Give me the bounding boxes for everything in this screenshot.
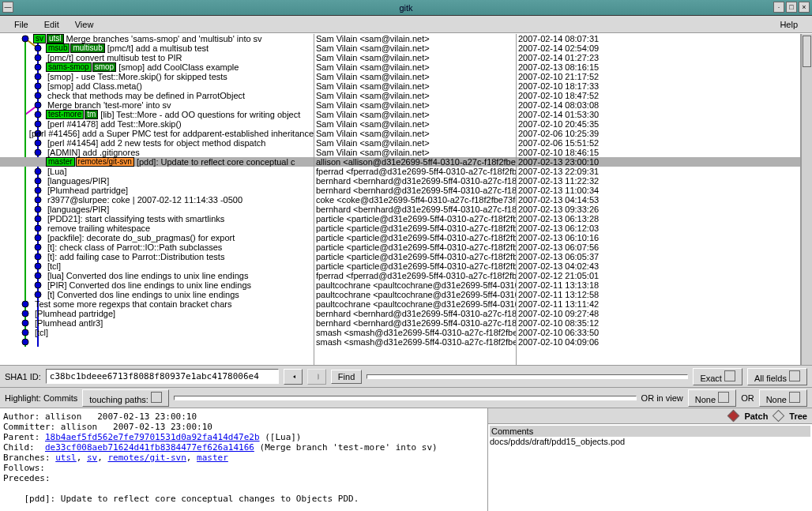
commit-row[interactable]: [Lua] (0, 167, 314, 176)
sha-field[interactable]: c38bc1bdeee6713f8088f80937e1abc4178006e4 (46, 369, 279, 384)
file-path[interactable]: docs/pdds/draft/pdd15_objects.pod (490, 437, 810, 446)
patch-radio[interactable] (727, 410, 740, 423)
commit-date[interactable]: 2007-02-13 09:33:26 (517, 205, 800, 214)
commit-author[interactable]: Sam Vilain <sam@vilain.net> (314, 129, 516, 138)
branch-link[interactable]: remotes/git-svn (107, 453, 186, 463)
commit-date[interactable]: 2007-02-10 06:33:50 (517, 328, 800, 337)
commit-row[interactable]: [smop] add Class.meta() (0, 81, 314, 91)
commit-date[interactable]: 2007-02-14 01:53:30 (517, 110, 800, 119)
commit-date[interactable]: 2007-02-13 04:02:43 (517, 261, 800, 271)
commit-row[interactable]: [perl #41478] add Test::More.skip() (0, 119, 314, 129)
commit-author[interactable]: Sam Vilain <sam@vilain.net> (314, 53, 516, 62)
commit-row[interactable]: [smop] - use Test::More.skip() for skipp… (0, 72, 314, 81)
commit-row[interactable]: [Plumhead partridge] (0, 186, 314, 195)
commit-row[interactable]: [Plumhead antlr3] (0, 318, 314, 328)
commit-row[interactable]: [PIR] Converted dos line endings to unix… (0, 280, 314, 290)
commit-date[interactable]: 2007-02-11 13:11:42 (517, 299, 800, 309)
highlight-paths-input[interactable] (174, 396, 637, 400)
commit-row[interactable]: [languages/PIR] (0, 176, 314, 186)
commit-author[interactable]: Sam Vilain <sam@vilain.net> (314, 148, 516, 157)
commit-row[interactable]: sams-smopsmop[smop] add CoolClass exampl… (0, 62, 314, 72)
view-dropdown-1[interactable]: None (688, 389, 736, 407)
commit-date[interactable]: 2007-02-13 11:22:32 (517, 176, 800, 186)
commit-author[interactable]: particle <particle@d31e2699-5ff4-0310-a2… (314, 252, 516, 261)
commit-date[interactable]: 2007-02-13 11:00:34 (517, 186, 800, 195)
commit-author[interactable]: coke <coke@d31e2699-5ff4-0310-a27c-f18f2… (314, 195, 516, 205)
commit-row[interactable]: [languages/PIR] (0, 205, 314, 214)
commit-row[interactable]: msubmultisub[pmc/t] add a multisub test (0, 43, 314, 53)
commit-date[interactable]: 2007-02-14 08:03:08 (517, 100, 800, 110)
commit-date[interactable]: 2007-02-10 04:09:06 (517, 337, 800, 347)
commit-detail-pane[interactable]: Author: allison 2007-02-13 23:00:10 Comm… (0, 408, 488, 511)
commit-date[interactable]: 2007-02-10 18:47:52 (517, 91, 800, 100)
commit-row[interactable]: [PDD21]: start classifying tests with sm… (0, 214, 314, 224)
commit-author[interactable]: particle <particle@d31e2699-5ff4-0310-a2… (314, 224, 516, 233)
menu-view[interactable]: View (67, 18, 102, 31)
commit-row[interactable]: [t] Converted dos line endings to unix l… (0, 290, 314, 299)
commit-date[interactable]: 2007-02-13 08:16:15 (517, 62, 800, 72)
find-input[interactable] (367, 374, 688, 379)
nav-back-button[interactable] (284, 369, 303, 385)
branch-link[interactable]: sv (87, 453, 97, 463)
find-button[interactable]: Find (331, 370, 362, 384)
commit-author[interactable]: particle <particle@d31e2699-5ff4-0310-a2… (314, 261, 516, 271)
commit-author[interactable]: smash <smash@d31e2699-5ff4-0310-a27c-f18… (314, 337, 516, 347)
commit-author[interactable]: particle <particle@d31e2699-5ff4-0310-a2… (314, 233, 516, 242)
column-graph-message[interactable]: svutslMerge branches 'sams-smop' and 'mu… (0, 34, 314, 365)
commit-author[interactable]: allison <allison@d31e2699-5ff4-0310-a27c… (314, 157, 516, 167)
commit-author[interactable]: Sam Vilain <sam@vilain.net> (314, 34, 516, 43)
branch-link[interactable]: master (197, 453, 228, 463)
tree-radio[interactable] (773, 410, 785, 423)
commit-row[interactable]: [t]: check class of Parrot::IO::Path sub… (0, 242, 314, 252)
commit-row[interactable]: [perl #41456] add a Super PMC test for a… (0, 129, 314, 138)
commit-date[interactable]: 2007-02-06 10:25:39 (517, 129, 800, 138)
commit-row[interactable]: check that methods may be defined in Par… (0, 91, 314, 100)
commit-row[interactable]: [ADMIN] add .gitignores (0, 148, 314, 157)
commit-date[interactable]: 2007-02-10 20:45:35 (517, 119, 800, 129)
commit-author[interactable]: smash <smash@d31e2699-5ff4-0310-a27c-f18… (314, 328, 516, 337)
menu-help[interactable]: Help (772, 18, 806, 31)
commit-list-scrollbar[interactable] (801, 34, 812, 365)
commit-row[interactable]: [tcl] (0, 328, 314, 337)
commit-author[interactable]: Sam Vilain <sam@vilain.net> (314, 119, 516, 129)
commit-row[interactable]: [t]: add failing case to Parrot::Distrib… (0, 252, 314, 261)
commit-author[interactable]: bernhard <bernhard@d31e2699-5ff4-0310-a2… (314, 186, 516, 195)
menu-file[interactable]: File (6, 18, 36, 31)
commit-author[interactable]: Sam Vilain <sam@vilain.net> (314, 110, 516, 119)
commit-author[interactable]: fperrad <fperrad@d31e2699-5ff4-0310-a27c… (314, 271, 516, 280)
commit-date[interactable]: 2007-02-10 21:17:52 (517, 72, 800, 81)
commit-row[interactable]: masterremotes/git-svn[pdd]: Update to re… (0, 157, 314, 167)
commit-date[interactable]: 2007-02-10 08:35:12 (517, 318, 800, 328)
window-menu-button[interactable]: — (2, 2, 13, 13)
commit-date[interactable]: 2007-02-14 02:54:09 (517, 43, 800, 53)
commit-date[interactable]: 2007-02-13 06:12:03 (517, 224, 800, 233)
commit-row[interactable]: r3977@slurpee: coke | 2007-02-12 11:14:3… (0, 195, 314, 205)
commit-author[interactable]: particle <particle@d31e2699-5ff4-0310-a2… (314, 214, 516, 224)
minimize-button[interactable]: · (773, 2, 784, 13)
commit-row[interactable]: Merge branch 'test-more' into sv (0, 100, 314, 110)
commit-row[interactable]: [pmc/t] convert multisub test to PIR (0, 53, 314, 62)
touching-paths-dropdown[interactable]: touching paths: (82, 389, 169, 407)
commit-row[interactable]: svutslMerge branches 'sams-smop' and 'mu… (0, 34, 314, 43)
child-link[interactable]: de33cf008aeb71624d41fb8384477ef626a14166 (45, 442, 254, 453)
commit-author[interactable]: bernhard <bernhard@d31e2699-5ff4-0310-a2… (314, 309, 516, 318)
commit-author[interactable]: Sam Vilain <sam@vilain.net> (314, 72, 516, 81)
maximize-button[interactable]: □ (786, 2, 797, 13)
commit-date[interactable]: 2007-02-11 13:13:18 (517, 280, 800, 290)
commit-date[interactable]: 2007-02-13 22:09:31 (517, 167, 800, 176)
commit-author[interactable]: paultcochrane <paultcochrane@d31e2699-5f… (314, 299, 516, 309)
commit-author[interactable]: Sam Vilain <sam@vilain.net> (314, 138, 516, 148)
commit-author[interactable]: Sam Vilain <sam@vilain.net> (314, 100, 516, 110)
commit-date[interactable]: 2007-02-10 18:17:33 (517, 81, 800, 91)
exact-dropdown[interactable]: Exact (693, 368, 742, 385)
commit-date[interactable]: 2007-02-10 09:27:48 (517, 309, 800, 318)
all-fields-dropdown[interactable]: All fields (747, 368, 807, 385)
commit-date[interactable]: 2007-02-13 06:07:56 (517, 242, 800, 252)
close-button[interactable]: × (799, 2, 810, 13)
commit-author[interactable]: Sam Vilain <sam@vilain.net> (314, 81, 516, 91)
commit-row[interactable]: test-moretm[lib] Test::More - add OO que… (0, 110, 314, 119)
commit-row[interactable]: [perl #41454] add 2 new tests for object… (0, 138, 314, 148)
branch-link[interactable]: utsl (55, 453, 77, 463)
commit-date[interactable]: 2007-02-06 15:51:52 (517, 138, 800, 148)
commit-date[interactable]: 2007-02-13 04:14:53 (517, 195, 800, 205)
